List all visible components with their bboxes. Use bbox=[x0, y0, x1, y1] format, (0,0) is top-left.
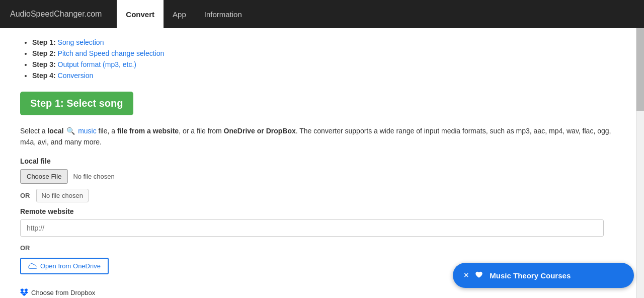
or-label-2: OR bbox=[20, 244, 30, 252]
music-theory-label: Music Theory Courses bbox=[490, 271, 571, 280]
or-row-2: OR bbox=[20, 244, 614, 252]
dropbox-icon bbox=[20, 288, 28, 297]
remote-url-input[interactable] bbox=[20, 219, 604, 237]
step-4-item: Step 4: Conversion bbox=[32, 71, 614, 80]
no-file-chosen-text: No file chosen bbox=[73, 173, 114, 180]
music-link[interactable]: music bbox=[78, 127, 97, 135]
nav-app[interactable]: App bbox=[164, 0, 195, 28]
choose-file-button[interactable]: Choose File bbox=[20, 169, 68, 184]
file-input-row: Choose File No file chosen bbox=[20, 169, 614, 184]
remote-website-label: Remote website bbox=[20, 207, 614, 215]
step-3-item: Step 3: Output format (mp3, etc.) bbox=[32, 60, 614, 68]
nav-convert[interactable]: Convert bbox=[117, 0, 164, 28]
step-2-label: Step 2: bbox=[32, 49, 56, 57]
step-3-label: Step 3: bbox=[32, 60, 56, 68]
scrollbar-track[interactable] bbox=[636, 0, 644, 298]
music-theory-banner[interactable]: × Music Theory Courses bbox=[453, 263, 634, 288]
step-1-link[interactable]: Song selection bbox=[58, 38, 104, 46]
steps-list: Step 1: Song selection Step 2: Pitch and… bbox=[20, 38, 614, 80]
onedrive-cloud-icon bbox=[28, 263, 37, 269]
navbar: AudioSpeedChanger.com Convert App Inform… bbox=[0, 0, 644, 28]
or-label-1: OR bbox=[20, 192, 30, 199]
close-banner-button[interactable]: × bbox=[464, 271, 468, 280]
step-4-link[interactable]: Conversion bbox=[58, 71, 94, 80]
step-1-item: Step 1: Song selection bbox=[32, 38, 614, 46]
description-text: Select a local 🔍 music file, a file from… bbox=[20, 125, 614, 148]
dropbox-button[interactable]: Choose from Dropbox bbox=[20, 284, 95, 298]
cloud-bold: OneDrive or DropBox bbox=[224, 127, 296, 135]
onedrive-button[interactable]: Open from OneDrive bbox=[20, 258, 109, 274]
onedrive-icon bbox=[28, 263, 37, 269]
nav-information[interactable]: Information bbox=[195, 0, 251, 28]
step-4-label: Step 4: bbox=[32, 71, 56, 80]
brand: AudioSpeedChanger.com bbox=[10, 10, 102, 19]
step-1-label: Step 1: bbox=[32, 38, 56, 46]
no-file-box: No file chosen bbox=[36, 189, 89, 202]
step-2-item: Step 2: Pitch and Speed change selection bbox=[32, 49, 614, 57]
file-from-website-bold: file from a website bbox=[117, 127, 179, 135]
heart-icon bbox=[474, 270, 484, 281]
search-icon: 🔍 bbox=[66, 125, 75, 136]
local-file-label: Local file bbox=[20, 157, 614, 165]
or-row: OR No file chosen bbox=[20, 189, 614, 202]
onedrive-label: Open from OneDrive bbox=[40, 262, 101, 270]
step-heading: Step 1: Select song bbox=[20, 92, 133, 115]
step-2-link[interactable]: Pitch and Speed change selection bbox=[58, 49, 165, 57]
main-content: Step 1: Song selection Step 2: Pitch and… bbox=[0, 28, 634, 298]
step-3-link[interactable]: Output format (mp3, etc.) bbox=[58, 60, 136, 68]
dropbox-label: Choose from Dropbox bbox=[31, 289, 95, 296]
local-bold: local bbox=[47, 127, 63, 135]
nav-links: Convert App Information bbox=[117, 0, 251, 28]
